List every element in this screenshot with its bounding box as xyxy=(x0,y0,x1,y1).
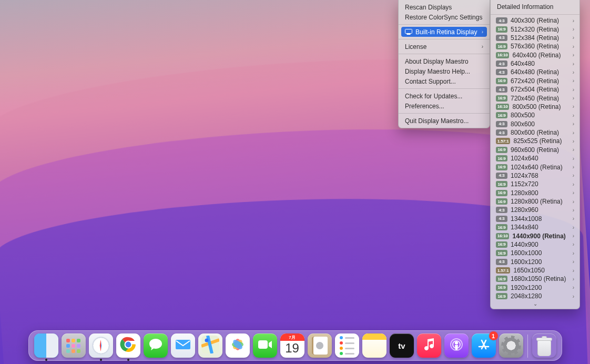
resolution-item[interactable]: 4:3800x600 (Retina)› xyxy=(491,128,579,137)
menu-item-label: Contact Support... xyxy=(405,78,483,85)
chevron-right-icon: › xyxy=(573,285,574,290)
dock-app-mail[interactable] xyxy=(171,333,195,358)
dock-app-podcasts[interactable] xyxy=(444,333,469,358)
dock-app-contacts[interactable] xyxy=(308,333,332,358)
dock-app-finder[interactable] xyxy=(34,333,58,358)
resolution-label: 1152x720 xyxy=(511,180,573,188)
aspect-ratio-badge: 4:3 xyxy=(496,69,507,75)
resolution-item[interactable]: 4:3800x600› xyxy=(491,120,579,128)
resolution-item[interactable]: 4:3512x384 (Retina)› xyxy=(491,34,579,42)
resolution-item[interactable]: 16:91152x720› xyxy=(491,180,579,188)
resolution-item[interactable]: 16:91280x800 (Retina)› xyxy=(491,197,579,206)
dock-app-launchpad[interactable] xyxy=(62,333,86,358)
dock-app-notes[interactable] xyxy=(362,333,386,358)
dock-app-photos[interactable] xyxy=(226,333,250,358)
resolution-item[interactable]: 4:31344x1008› xyxy=(491,215,579,223)
resolution-item[interactable]: 1.57:11650x1050› xyxy=(491,266,579,275)
resolution-item[interactable]: 1.57:1825x525 (Retina)› xyxy=(491,137,579,145)
resolution-label: 672x420 (Retina) xyxy=(511,77,573,85)
resolution-item[interactable]: 4:3400x300 (Retina)› xyxy=(491,16,579,25)
resolution-label: 1280x800 (Retina) xyxy=(511,198,573,205)
dock-app-maps[interactable] xyxy=(198,333,222,358)
dock-app-safari[interactable] xyxy=(89,333,113,358)
menu-item-check-updates[interactable]: Check for Updates... xyxy=(399,91,490,101)
dock-app-chrome[interactable] xyxy=(116,333,140,358)
chevron-right-icon: › xyxy=(573,199,574,205)
dock-app-system-preferences[interactable] xyxy=(499,333,523,358)
dock-app-calendar[interactable]: 7月 19 xyxy=(280,333,304,358)
menu-item-quit[interactable]: Quit Display Maestro... xyxy=(399,116,490,126)
dock-app-messages[interactable] xyxy=(144,333,168,358)
resolution-label: 512x384 (Retina) xyxy=(511,34,573,42)
resolution-item[interactable]: 16:91024x640› xyxy=(491,154,579,163)
menu-item-rescan[interactable]: Rescan Displays xyxy=(399,2,490,12)
resolution-item[interactable]: 4:3640x480› xyxy=(491,59,579,68)
dock-divider xyxy=(527,335,528,358)
resolution-item[interactable]: 16:91680x1050 (Retina)› xyxy=(491,275,579,283)
resolution-item[interactable]: 16:9960x600 (Retina)› xyxy=(491,146,579,154)
notes-icon xyxy=(362,333,386,340)
photos-icon xyxy=(230,337,246,355)
aspect-ratio-badge: 4:3 xyxy=(496,121,507,127)
resolution-item[interactable]: 16:10800x500 (Retina)› xyxy=(491,103,579,111)
resolution-label: 720x450 (Retina) xyxy=(511,95,573,102)
menu-item-contact-support[interactable]: Contact Support... xyxy=(399,76,490,86)
aspect-ratio-badge: 16:9 xyxy=(496,164,507,170)
menu-item-license[interactable]: License › xyxy=(399,42,490,52)
resolution-item[interactable]: 16:10640x400 (Retina)› xyxy=(491,51,579,59)
resolution-item[interactable]: 4:31024x768› xyxy=(491,171,579,180)
dock-app-appstore[interactable]: 1 xyxy=(472,333,496,358)
chevron-right-icon: › xyxy=(573,216,574,221)
scroll-more-indicator[interactable]: ⌄ xyxy=(491,300,579,308)
resolution-item[interactable]: 4:3672x504 (Retina)› xyxy=(491,85,579,94)
music-icon xyxy=(423,338,435,353)
resolution-item[interactable]: 4:3640x480 (Retina)› xyxy=(491,68,579,76)
aspect-ratio-badge: 4:3 xyxy=(496,35,507,41)
aspect-ratio-badge: 1.57:1 xyxy=(496,138,510,144)
resolution-item[interactable]: 16:91920x1200› xyxy=(491,284,579,292)
menu-item-help[interactable]: Display Maestro Help... xyxy=(399,66,490,76)
aspect-ratio-badge: 16:9 xyxy=(496,112,507,118)
resolution-item[interactable]: 16:92048x1280› xyxy=(491,292,579,300)
maps-icon xyxy=(201,336,219,356)
aspect-ratio-badge: 16:9 xyxy=(496,241,507,248)
resolution-item[interactable]: 16:9512x320 (Retina)› xyxy=(491,25,579,33)
resolution-item[interactable]: 16:9576x360 (Retina)› xyxy=(491,42,579,50)
resolution-label: 1280x960 xyxy=(511,206,573,214)
resolution-item[interactable]: 4:31280x960› xyxy=(491,206,579,214)
dock-trash[interactable] xyxy=(532,333,556,358)
resolution-label: 1024x640 xyxy=(511,155,573,162)
resolution-item[interactable]: 16:91440x900› xyxy=(491,240,579,249)
resolution-item[interactable]: 16:101440x900 (Retina)› xyxy=(491,231,579,240)
resolution-item[interactable]: 16:91344x840› xyxy=(491,223,579,231)
menu-item-builtin-display[interactable]: Built-in Retina Display › xyxy=(401,27,487,37)
resolution-label: 1024x768 xyxy=(511,172,573,179)
dock-app-facetime[interactable] xyxy=(253,333,277,358)
resolution-item[interactable]: 16:9800x500› xyxy=(491,111,579,119)
aspect-ratio-badge: 4:3 xyxy=(496,86,507,93)
menu-item-about[interactable]: About Display Maestro xyxy=(399,56,490,66)
resolution-label: 640x480 (Retina) xyxy=(511,68,573,76)
resolution-item[interactable]: 16:9720x450 (Retina)› xyxy=(491,94,579,102)
chevron-right-icon: › xyxy=(573,61,574,67)
dock-app-tv[interactable]: tv xyxy=(390,333,414,358)
resolution-item[interactable]: 16:91280x800› xyxy=(491,189,579,197)
resolution-item[interactable]: 16:91600x1000› xyxy=(491,249,579,257)
resolution-item[interactable]: 16:9672x420 (Retina)› xyxy=(491,77,579,85)
menu-item-restore-colorsync[interactable]: Restore ColorSync Settings xyxy=(399,12,490,22)
resolution-label: 800x500 (Retina) xyxy=(512,103,572,110)
dock-app-music[interactable] xyxy=(417,333,441,358)
resolution-label: 1344x840 xyxy=(511,224,573,231)
resolution-label: 1600x1000 xyxy=(511,249,573,257)
dock-app-reminders[interactable] xyxy=(335,333,359,358)
resolution-label: 1600x1200 xyxy=(511,258,573,266)
aspect-ratio-badge: 4:3 xyxy=(496,17,507,24)
aspect-ratio-badge: 16:9 xyxy=(496,26,507,33)
aspect-ratio-badge: 4:3 xyxy=(496,173,507,179)
menu-item-preferences[interactable]: Preferences... xyxy=(399,101,490,111)
resolution-item[interactable]: 16:91024x640 (Retina)› xyxy=(491,163,579,171)
resolution-label: 640x400 (Retina) xyxy=(512,52,572,59)
submenu-header[interactable]: Detailed Information xyxy=(491,2,579,13)
resolution-label: 1440x900 (Retina) xyxy=(512,232,572,240)
resolution-item[interactable]: 4:31600x1200› xyxy=(491,258,579,266)
